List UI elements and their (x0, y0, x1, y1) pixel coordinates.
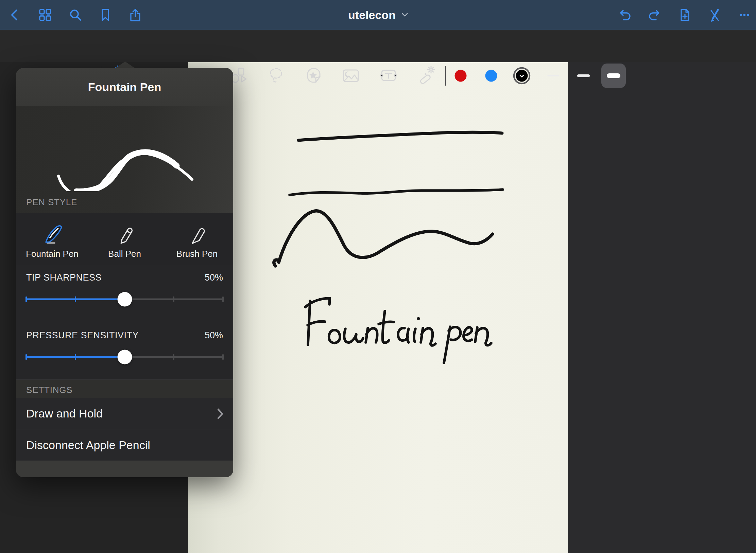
fountain-pen-popover: Fountain Pen PEN STYLE Fountain Pen (16, 68, 233, 477)
pen-style-ball-pen[interactable]: Ball Pen (88, 213, 161, 264)
stroke-wave (274, 211, 493, 266)
pen-style-brush-pen[interactable]: Brush Pen (161, 213, 233, 264)
medium-stroke-icon (577, 74, 590, 77)
stroke-width-medium-button[interactable] (571, 64, 596, 88)
pressure-sensitivity-section: PRESSURE SENSITIVITY 50% (16, 322, 233, 380)
stickers-icon (303, 65, 324, 87)
image-icon (340, 65, 362, 87)
popover-header: Fountain Pen (16, 68, 233, 106)
pressure-sensitivity-slider[interactable] (26, 343, 223, 371)
draw-and-hold-row[interactable]: Draw and Hold (16, 398, 233, 429)
tool-text-button[interactable] (378, 65, 399, 87)
stroke-width-thin-button[interactable] (541, 64, 565, 88)
slider-thumb[interactable] (117, 350, 132, 364)
ink-strokes (188, 62, 568, 553)
toolbar-divider (445, 66, 446, 86)
disconnect-apple-pencil-row[interactable]: Disconnect Apple Pencil (16, 429, 233, 461)
document-title-dropdown[interactable]: utelecon (0, 0, 756, 30)
more-ellipsis-icon (737, 7, 752, 22)
tool-pointer-button[interactable] (415, 65, 437, 87)
handwriting-fountain-pen (305, 298, 491, 363)
pen-style-options: Fountain Pen Ball Pen Brush Pen (16, 213, 233, 264)
navigation-bar: utelecon (0, 0, 756, 30)
stroke-width-thick-button[interactable] (601, 64, 626, 88)
popover-title: Fountain Pen (88, 81, 161, 94)
text-icon (378, 65, 399, 87)
tool-lasso-button[interactable] (265, 65, 287, 87)
red-color-icon (451, 66, 470, 85)
tip-sharpness-label: TIP SHARPNESS (26, 272, 102, 283)
pen-style-label: Brush Pen (176, 249, 218, 259)
settings-section-header: SETTINGS (16, 380, 233, 398)
stylus-crossed-icon (707, 7, 722, 22)
disconnect-apple-pencil-label: Disconnect Apple Pencil (26, 439, 150, 452)
slider-thumb[interactable] (117, 292, 132, 307)
slider-tick (222, 297, 224, 302)
tip-sharpness-section: TIP SHARPNESS 50% (16, 264, 233, 322)
blue-color-icon (482, 66, 501, 85)
color-swatch-red[interactable] (451, 66, 470, 85)
slider-tick (75, 297, 76, 302)
black-color-selected-icon (512, 66, 531, 85)
undo-icon (617, 7, 632, 22)
chevron-down-icon (402, 13, 408, 17)
tool-stickers-button[interactable] (303, 65, 324, 87)
undo-button[interactable] (617, 7, 632, 22)
popover-arrow (115, 61, 136, 69)
slider-tick (222, 354, 224, 360)
stylus-toggle-button[interactable] (707, 7, 722, 22)
slider-tick (173, 297, 174, 302)
popover-footer (16, 461, 233, 477)
pressure-sensitivity-label: PRESSURE SENSITIVITY (26, 330, 139, 341)
pen-style-label: Ball Pen (108, 249, 141, 259)
stroke-preview-panel: PEN STYLE (16, 106, 233, 213)
stroke-preview-wave (16, 106, 233, 191)
brush-pen-icon (184, 221, 210, 247)
tools-toolbar: a (0, 30, 756, 62)
slider-tick (173, 354, 174, 360)
draw-and-hold-label: Draw and Hold (26, 407, 103, 420)
stroke-line-1 (298, 132, 502, 140)
ball-pen-icon (112, 221, 138, 247)
settings-section-label: SETTINGS (26, 385, 72, 395)
thin-stroke-icon (547, 75, 559, 76)
more-options-button[interactable] (737, 7, 752, 22)
tip-sharpness-value: 50% (205, 272, 223, 283)
redo-icon (647, 7, 662, 22)
tool-image-button[interactable] (340, 65, 362, 87)
pen-style-fountain-pen[interactable]: Fountain Pen (16, 213, 88, 264)
slider-tick (25, 297, 27, 302)
stroke-line-2 (290, 190, 503, 195)
add-page-button[interactable] (677, 7, 692, 22)
tip-sharpness-slider[interactable] (26, 286, 223, 313)
chevron-right-icon (217, 408, 224, 420)
add-page-icon (677, 7, 692, 22)
pen-style-label: Fountain Pen (26, 249, 79, 259)
color-swatch-blue[interactable] (482, 66, 501, 85)
slider-tick (25, 354, 27, 360)
pen-style-section-label: PEN STYLE (26, 197, 77, 208)
goodnotes-screen: utelecon a (0, 0, 756, 553)
slider-tick (75, 354, 76, 360)
pointer-wand-icon (415, 65, 437, 87)
color-swatch-black-selected[interactable] (512, 66, 531, 85)
pressure-sensitivity-value: 50% (205, 330, 223, 341)
lasso-icon (265, 65, 287, 87)
document-title: utelecon (348, 8, 396, 22)
thick-stroke-icon (607, 73, 620, 78)
fountain-pen-icon (39, 221, 65, 247)
note-paper-canvas[interactable] (188, 62, 568, 553)
redo-button[interactable] (647, 7, 662, 22)
